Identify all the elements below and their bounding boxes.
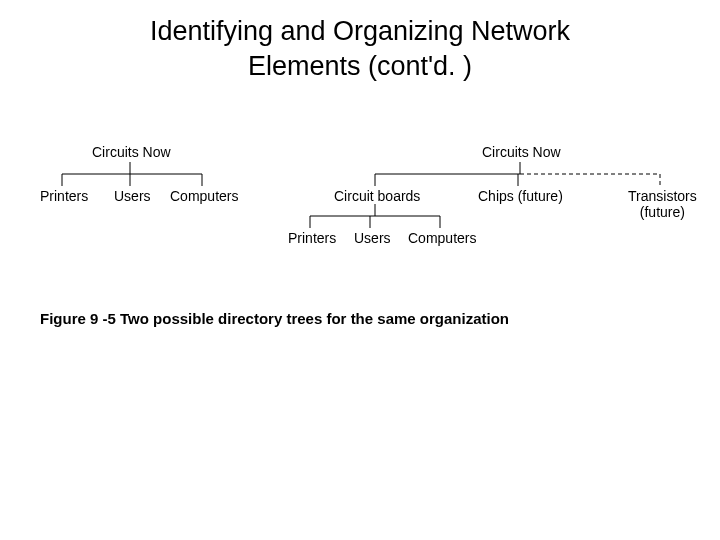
- left-root: Circuits Now: [92, 144, 171, 160]
- page-title: Identifying and Organizing Network Eleme…: [0, 14, 720, 84]
- transistors-line1: Transistors: [628, 188, 697, 204]
- right-child-transistors: Transistors (future): [628, 188, 697, 220]
- boards-child-printers: Printers: [288, 230, 336, 246]
- left-child-computers: Computers: [170, 188, 238, 204]
- boards-child-users: Users: [354, 230, 391, 246]
- boards-child-computers: Computers: [408, 230, 476, 246]
- left-child-printers: Printers: [40, 188, 88, 204]
- diagram-area: Circuits Now Printers Users Computers Ci…: [0, 140, 720, 310]
- figure-caption: Figure 9 -5 Two possible directory trees…: [40, 310, 509, 327]
- right-child-chips: Chips (future): [478, 188, 563, 204]
- left-child-users: Users: [114, 188, 151, 204]
- right-root: Circuits Now: [482, 144, 561, 160]
- transistors-line2: (future): [640, 204, 685, 220]
- title-line-1: Identifying and Organizing Network: [150, 16, 570, 46]
- right-child-boards: Circuit boards: [334, 188, 420, 204]
- title-line-2: Elements (cont'd. ): [248, 51, 472, 81]
